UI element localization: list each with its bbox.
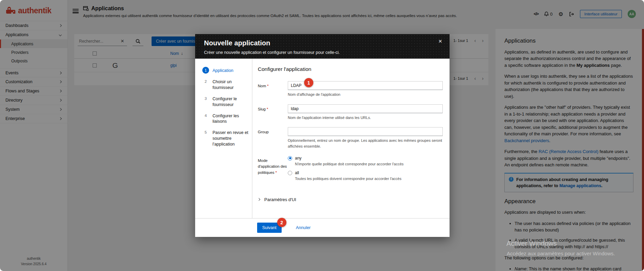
step-number: 4 <box>202 112 209 119</box>
wizard-step-review[interactable]: 5 Passer en revue et soumettre l'applica… <box>202 129 249 147</box>
slug-label: Slug* <box>258 104 288 121</box>
step-label: Configurer le fournisseur <box>213 95 249 108</box>
step-number: 5 <box>202 129 209 136</box>
wizard-step-application[interactable]: 1 Application <box>202 67 249 74</box>
policy-any-radio[interactable]: any <box>288 156 443 161</box>
radio-unchecked-icon <box>288 171 292 175</box>
group-field[interactable] <box>288 127 443 136</box>
modal-body: 1 Application 2 Choisir un fournisseur 3… <box>195 59 450 218</box>
form-row-nom: Nom* 1 Nom d'affichage de l'application <box>258 81 443 97</box>
modal-subtitle: Créer une nouvelle application et config… <box>204 50 441 55</box>
step-label: Application <box>213 67 233 74</box>
required-star: * <box>267 84 268 88</box>
slug-help: Nom de l'application interne utilisé dan… <box>288 115 443 121</box>
slug-field[interactable] <box>288 104 443 113</box>
nom-label: Nom* <box>258 81 288 97</box>
modal-footer: 2 Suivant Annuler <box>195 218 450 237</box>
policy-any-help: N'importe quelle politique doit correspo… <box>295 162 443 167</box>
wizard-step-choose-provider[interactable]: 2 Choisir un fournisseur <box>202 78 249 91</box>
radio-checked-icon <box>288 156 292 161</box>
wizard-step-configure-bindings[interactable]: 4 Configurer les liaisons <box>202 112 249 125</box>
required-star: * <box>267 107 268 111</box>
cancel-button[interactable]: Annuler <box>296 225 311 230</box>
form-title: Configurer l'application <box>258 66 443 72</box>
radio-label: any <box>295 156 301 161</box>
annotation-badge-1: 1 <box>304 78 313 87</box>
wizard-steps: 1 Application 2 Choisir un fournisseur 3… <box>195 59 252 218</box>
group-help: Optionnellement, entrez un nom de groupe… <box>288 138 443 149</box>
form-row-policy-mode: Mode d'application des politiques* any N… <box>258 156 443 185</box>
radio-label: all <box>295 170 299 175</box>
step-label: Passer en revue et soumettre l'applicati… <box>213 129 249 147</box>
wizard-step-configure-provider[interactable]: 3 Configurer le fournisseur <box>202 95 249 108</box>
application-form: Configurer l'application Nom* 1 Nom d'af… <box>252 59 450 218</box>
group-label: Group <box>258 127 288 149</box>
form-row-group: Group Optionnellement, entrez un nom de … <box>258 127 443 149</box>
step-label: Choisir un fournisseur <box>213 78 249 91</box>
required-star: * <box>276 170 277 175</box>
policy-mode-label: Mode d'application des politiques* <box>258 156 288 185</box>
ui-settings-expander[interactable]: Paramètres d'UI <box>258 197 443 202</box>
step-label: Configurer les liaisons <box>213 112 249 125</box>
form-row-slug: Slug* Nom de l'application interne utili… <box>258 104 443 121</box>
close-icon[interactable]: × <box>438 38 442 44</box>
annotation-badge-2: 2 <box>277 218 286 227</box>
policy-all-radio[interactable]: all <box>288 170 443 175</box>
expander-label: Paramètres d'UI <box>264 197 296 202</box>
policy-all-help: Toutes les politiques doivent correspond… <box>295 176 443 181</box>
step-number: 3 <box>202 95 209 102</box>
modal-header: Nouvelle application Créer une nouvelle … <box>195 34 450 59</box>
modal-title: Nouvelle application <box>204 39 441 47</box>
new-application-modal: Nouvelle application Créer une nouvelle … <box>195 34 450 237</box>
step-number: 1 <box>202 67 209 74</box>
chevron-right-icon <box>257 198 260 201</box>
nom-help: Nom d'affichage de l'application <box>288 92 443 97</box>
step-number: 2 <box>202 78 209 85</box>
